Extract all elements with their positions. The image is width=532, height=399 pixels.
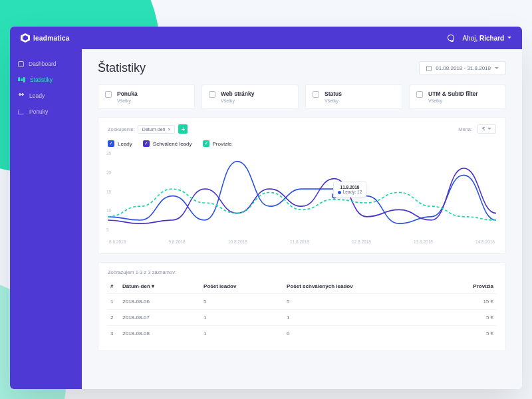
chart-panel: Zoskupenie: Dátum-deň × + Mena: € ✓Leady… <box>98 117 506 254</box>
group-chip[interactable]: Dátum-deň × <box>138 125 176 134</box>
table-row: 22018-08-07115 € <box>108 310 496 326</box>
sidebar: Dashboard Štatistiky Leady Ponuky <box>10 49 82 389</box>
filter-ponuka[interactable]: PonukaVšetky <box>98 84 195 109</box>
filter-webstranky[interactable]: Web stránkyVšetky <box>201 84 299 109</box>
brand-logo[interactable]: leadmatica <box>21 33 70 43</box>
table-row: 12018-08-065515 € <box>108 294 496 310</box>
legend-provizie[interactable]: ✓Provízie <box>203 140 232 147</box>
filter-utm[interactable]: UTM & SubID filterVšetky <box>409 84 506 109</box>
main-content: Štatistiky 01.08.2018 - 31.8.2018 Ponuka… <box>82 49 522 389</box>
page-title: Štatistiky <box>98 61 146 75</box>
bars-icon <box>18 77 25 82</box>
chevron-down-icon <box>495 67 499 71</box>
grid-icon <box>18 61 24 67</box>
calendar-icon <box>426 66 432 71</box>
filter-status[interactable]: StatusVšetky <box>305 84 402 109</box>
user-greeting[interactable]: Ahoj, Richard <box>462 35 511 42</box>
cart-icon <box>17 109 25 114</box>
filter-icon <box>416 91 423 98</box>
chart-area: 25 20 15 10 5 8.8.20189.8.201810.8.20181… <box>108 151 496 244</box>
chart-tooltip: 11.8.2018 Leady: 12 <box>333 182 367 198</box>
brand-name: leadmatica <box>33 35 70 42</box>
group-label: Zoskupenie: <box>108 126 135 132</box>
chevron-down-icon <box>507 37 511 41</box>
filter-row: PonukaVšetky Web stránkyVšetky StatusVše… <box>98 84 506 109</box>
topbar: leadmatica Ahoj, Richard <box>10 27 522 49</box>
offer-icon <box>105 91 112 98</box>
stats-table: # Dátum-deň ▾ Počet leadov Počet schvále… <box>108 279 496 341</box>
table-panel: Zobrazujem 1-3 z 3 záznamov: # Dátum-deň… <box>98 262 506 351</box>
add-group-button[interactable]: + <box>178 124 188 134</box>
chart-legend: ✓Leady ✓Schválené leady ✓Provízie <box>108 140 496 147</box>
globe-icon <box>209 91 215 98</box>
bell-icon[interactable] <box>448 35 454 41</box>
date-range-picker[interactable]: 01.08.2018 - 31.8.2018 <box>419 61 506 75</box>
currency-select[interactable]: € <box>477 124 496 133</box>
table-note: Zobrazujem 1-3 z 3 záznamov: <box>108 269 496 275</box>
table-row: 32018-08-08105 € <box>108 326 496 342</box>
people-icon <box>18 93 25 98</box>
sidebar-item-statistiky[interactable]: Štatistiky <box>10 72 82 88</box>
status-icon <box>313 91 319 98</box>
sidebar-item-leady[interactable]: Leady <box>10 88 82 104</box>
app-window: leadmatica Ahoj, Richard Dashboard Štati… <box>10 27 522 389</box>
legend-leady[interactable]: ✓Leady <box>108 140 132 147</box>
logo-mark-icon <box>21 33 30 43</box>
sidebar-item-ponuky[interactable]: Ponuky <box>10 104 82 120</box>
legend-schvalene[interactable]: ✓Schválené leady <box>143 140 192 147</box>
line-chart <box>108 151 496 237</box>
sidebar-item-dashboard[interactable]: Dashboard <box>10 56 82 72</box>
